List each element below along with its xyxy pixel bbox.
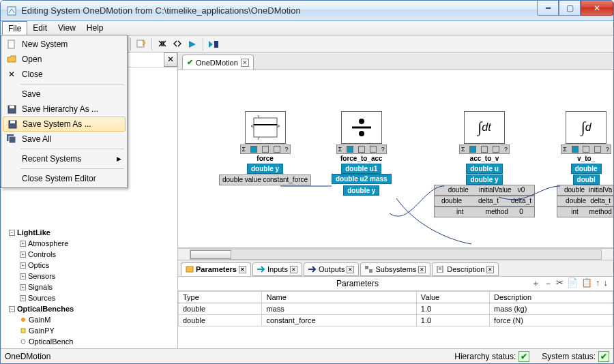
block-param[interactable]: doubleinitialValuev0 — [434, 185, 535, 196]
tree-expand-icon[interactable]: + — [20, 241, 26, 247]
check-icon: ✔ — [187, 58, 193, 67]
port-out[interactable]: double y — [343, 185, 379, 196]
block-param[interactable]: intmethod0 — [434, 207, 535, 217]
port-out[interactable]: double y — [466, 175, 502, 185]
menu-edit[interactable]: Edit — [27, 21, 53, 35]
menu-save-system-as[interactable]: Save System As ... — [3, 117, 126, 132]
copy-button[interactable]: 📄 — [567, 277, 578, 290]
tab-outputs[interactable]: Outputs✕ — [304, 262, 360, 276]
col-name[interactable]: Name — [262, 292, 416, 303]
tab-inputs[interactable]: Inputs✕ — [252, 262, 302, 276]
port-in[interactable]: double u — [466, 164, 503, 174]
library-combo-close[interactable]: ✕ — [164, 52, 177, 67]
toolbar-play-icon[interactable] — [186, 38, 199, 50]
menu-view[interactable]: View — [53, 21, 81, 35]
tree-expand-icon[interactable]: + — [20, 262, 26, 269]
add-button[interactable]: ＋ — [531, 277, 540, 290]
tab-subsystems[interactable]: Subsystems✕ — [360, 262, 430, 276]
parameters-table[interactable]: Type Name Value Description doublemass1.… — [178, 290, 613, 348]
svg-rect-4 — [21, 329, 25, 333]
port-out[interactable]: double y — [247, 164, 283, 174]
diagram-canvas[interactable]: Σ? force double y double value constant_… — [178, 70, 613, 248]
canvas-tab-onedmotion[interactable]: ✔ OneDMotion ✕ — [182, 55, 254, 70]
tree-collapse-icon[interactable]: − — [9, 230, 15, 236]
tree-expand-icon[interactable]: + — [20, 252, 26, 258]
col-value[interactable]: Value — [416, 292, 489, 303]
table-row[interactable]: doublemass1.0mass (kg) — [179, 303, 613, 315]
file-menu-dropdown: New System Open ✕Close Save Save Hierarc… — [1, 35, 128, 188]
block-acc-to-v[interactable]: ∫dt Σ? acc_to_v double u double y double… — [434, 111, 535, 217]
tree-expand-icon[interactable]: + — [20, 273, 26, 279]
close-tab-icon[interactable]: ✕ — [290, 266, 297, 273]
close-tab-icon[interactable]: ✕ — [241, 59, 249, 67]
tree-sources[interactable]: Sources — [28, 292, 55, 303]
tree-signals[interactable]: Signals — [28, 282, 53, 292]
menu-save-hierarchy[interactable]: Save Hierarchy As ... — [3, 102, 126, 117]
tree-sensors[interactable]: Sensors — [28, 271, 55, 282]
paste-button[interactable]: 📋 — [581, 277, 592, 290]
block-param[interactable]: doubledelta_t — [557, 196, 613, 207]
tree-optics[interactable]: Optics — [28, 260, 49, 271]
scrollbar-thumb[interactable] — [190, 250, 231, 259]
table-row[interactable]: doubleconstant_force1.0force (N) — [179, 315, 613, 327]
remove-button[interactable]: － — [544, 277, 553, 290]
tree-atmosphere[interactable]: Atmosphere — [28, 238, 68, 249]
move-up-button[interactable]: ↑ — [596, 277, 600, 290]
subsystems-icon — [365, 266, 373, 273]
menu-save[interactable]: Save — [3, 87, 126, 102]
block-param[interactable]: double value constant_force — [219, 175, 311, 185]
menu-open[interactable]: Open — [3, 52, 126, 67]
block-param[interactable]: doubledelta_tdelta_t — [434, 196, 535, 207]
menu-close[interactable]: ✕Close — [3, 67, 126, 82]
toolbar-button-1[interactable] — [135, 38, 147, 50]
tree-expand-icon[interactable]: + — [20, 295, 26, 301]
tree-expand-icon[interactable]: + — [20, 284, 26, 290]
maximize-button[interactable]: ▢ — [559, 1, 581, 16]
tree-controls[interactable]: Controls — [28, 249, 56, 260]
toolbar-expand-icon[interactable] — [171, 38, 184, 50]
block-force[interactable]: Σ? force double y double value constant_… — [219, 111, 311, 185]
minimize-button[interactable]: ━ — [537, 1, 559, 16]
hierarchy-ok-icon: ✔ — [518, 351, 529, 362]
tree-lightlike[interactable]: LightLike — [17, 227, 50, 238]
tree-userlib[interactable]: User Libraries — [2, 347, 53, 348]
tab-description[interactable]: Description✕ — [432, 262, 499, 276]
tree-collapse-icon[interactable]: − — [9, 306, 15, 312]
tree-opticalbench[interactable]: OpticalBench — [29, 336, 73, 347]
menu-help[interactable]: Help — [81, 21, 109, 35]
close-tab-icon[interactable]: ✕ — [418, 266, 426, 273]
window-title: Editing System OneDMotion from C:\timeli… — [21, 5, 537, 16]
menu-bar: File Edit View Help — [1, 21, 613, 36]
menu-file[interactable]: File — [2, 21, 27, 35]
tree-gainm[interactable]: GainM — [29, 314, 50, 325]
col-type[interactable]: Type — [179, 292, 262, 303]
panel-title: Parameters — [184, 279, 531, 288]
status-bar: OneDMotion Hierarchy status: ✔ System st… — [1, 348, 613, 363]
block-v-to-x[interactable]: ∫d Σ? v_to_ double doubl doubleinitialVa… — [557, 111, 613, 217]
block-param[interactable]: intmethod — [557, 207, 613, 217]
block-force-to-acc[interactable]: Σ? force_to_acc double u1 double u2 mass… — [332, 111, 392, 196]
close-tab-icon[interactable]: ✕ — [239, 266, 246, 273]
tab-parameters[interactable]: Parameters✕ — [181, 262, 251, 276]
toolbar-collapse-icon[interactable] — [156, 38, 169, 50]
tree-opticalbenches[interactable]: OpticalBenches — [17, 303, 74, 314]
port-in[interactable]: double u1 — [341, 164, 381, 174]
col-description[interactable]: Description — [490, 292, 613, 303]
block-symbol — [341, 111, 382, 144]
menu-save-all[interactable]: Save All — [3, 132, 126, 147]
menu-new-system[interactable]: New System — [3, 37, 126, 52]
block-param[interactable]: doubleinitialVa — [557, 185, 613, 196]
port-in[interactable]: double u2 mass — [332, 174, 392, 184]
cut-button[interactable]: ✂ — [556, 277, 564, 290]
close-tab-icon[interactable]: ✕ — [486, 266, 494, 273]
tree-gainpy[interactable]: GainPY — [29, 325, 55, 336]
toolbar-step-icon[interactable] — [207, 38, 220, 50]
port-out[interactable]: doubl — [573, 175, 600, 185]
move-down-button[interactable]: ↓ — [604, 277, 609, 290]
close-tab-icon[interactable]: ✕ — [347, 266, 354, 273]
canvas-horizontal-scrollbar[interactable] — [178, 248, 613, 260]
menu-close-editor[interactable]: Close System Editor — [3, 171, 126, 186]
close-button[interactable]: ✕ — [581, 1, 613, 16]
menu-recent-systems[interactable]: Recent Systems▶ — [3, 151, 126, 166]
port-in[interactable]: double — [571, 164, 602, 174]
